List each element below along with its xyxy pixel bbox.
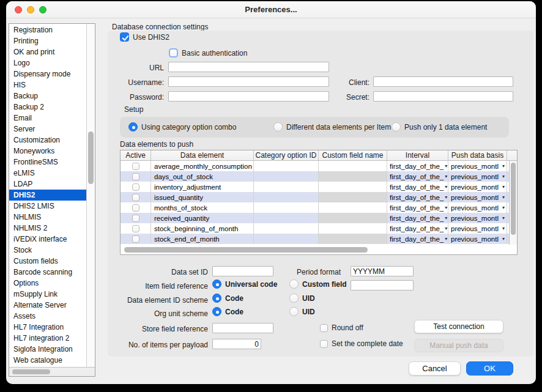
table-row[interactable]: issued_quantityfirst_day_of_the_▾previou… bbox=[121, 192, 517, 202]
push-data-basis-dropdown[interactable]: previous_montl▾ bbox=[448, 192, 507, 202]
org-unit-scheme-radio-code[interactable] bbox=[212, 307, 221, 316]
push-data-basis-dropdown[interactable]: previous_montl▾ bbox=[448, 213, 507, 223]
sidebar-item-dhis2-lmis[interactable]: DHIS2 LMIS bbox=[9, 201, 86, 212]
custom-field-name-cell[interactable] bbox=[319, 182, 387, 192]
period-format-input[interactable] bbox=[351, 266, 414, 276]
use-dhis2-checkbox[interactable] bbox=[120, 32, 129, 42]
table-row[interactable]: inventory_adjustmentfirst_day_of_the_▾pr… bbox=[121, 182, 517, 192]
category-option-id-cell[interactable] bbox=[254, 223, 319, 234]
custom-field-name-cell[interactable] bbox=[319, 223, 387, 234]
sidebar-item-backup-2[interactable]: Backup 2 bbox=[9, 102, 86, 113]
interval-dropdown[interactable]: first_day_of_the_▾ bbox=[387, 202, 448, 213]
data-element-id-scheme-radio-code[interactable] bbox=[212, 294, 221, 303]
org-unit-scheme-radio-uid[interactable] bbox=[289, 307, 299, 316]
sidebar-item-siglofa-integration[interactable]: Siglofa Integration bbox=[9, 344, 86, 355]
password-input[interactable] bbox=[168, 91, 329, 102]
custom-field-input[interactable] bbox=[351, 280, 414, 290]
cancel-button[interactable]: Cancel bbox=[409, 361, 461, 375]
sidebar-item-ldap[interactable]: LDAP bbox=[9, 179, 86, 190]
table-row[interactable]: stock_beginning_of_monthfirst_day_of_the… bbox=[121, 223, 517, 234]
round-off-checkbox[interactable] bbox=[320, 324, 328, 332]
sidebar-item-printing[interactable]: Printing bbox=[9, 35, 86, 46]
sidebar-item-nhlmis-2[interactable]: NHLMIS 2 bbox=[9, 223, 86, 234]
push-data-basis-dropdown[interactable]: previous_montl▾ bbox=[448, 234, 507, 244]
table-horizontal-scrollbar-thumb[interactable] bbox=[124, 247, 368, 253]
sidebar-item-dispensary-mode[interactable]: Dispensary mode bbox=[9, 68, 86, 80]
setup-radio-push-only-one[interactable] bbox=[392, 122, 401, 131]
close-button[interactable] bbox=[15, 6, 22, 13]
sidebar-item-hl7-integration-2[interactable]: HL7 integration 2 bbox=[9, 333, 86, 344]
table-row[interactable]: received_quantityfirst_day_of_the_▾previ… bbox=[121, 213, 517, 223]
interval-dropdown[interactable]: first_day_of_the_▾ bbox=[387, 234, 448, 244]
push-data-basis-dropdown[interactable]: previous_montl▾ bbox=[448, 202, 507, 213]
sidebar-item-moneyworks[interactable]: Moneyworks bbox=[9, 146, 86, 157]
custom-field-name-cell[interactable] bbox=[319, 192, 387, 202]
sidebar-item-his[interactable]: HIS bbox=[9, 80, 86, 91]
custom-field-name-cell[interactable] bbox=[319, 161, 387, 171]
table-row[interactable]: months_of_stockfirst_day_of_the_▾previou… bbox=[121, 202, 517, 213]
row-active-checkbox[interactable] bbox=[132, 215, 139, 222]
set-complete-date-checkbox[interactable] bbox=[320, 340, 328, 348]
interval-dropdown[interactable]: first_day_of_the_▾ bbox=[387, 223, 448, 234]
interval-dropdown[interactable]: first_day_of_the_▾ bbox=[387, 213, 448, 223]
item-field-reference-radio-universal-code[interactable] bbox=[212, 279, 221, 289]
custom-field-name-cell[interactable] bbox=[319, 213, 387, 223]
row-active-checkbox[interactable] bbox=[132, 225, 139, 232]
sidebar-item-ok-and-print[interactable]: OK and print bbox=[9, 46, 86, 57]
interval-dropdown[interactable]: first_day_of_the_▾ bbox=[387, 192, 448, 202]
sidebar-item-custom-fields[interactable]: Custom fields bbox=[9, 256, 86, 267]
data-set-id-input[interactable] bbox=[212, 266, 273, 276]
table-horizontal-scrollbar[interactable] bbox=[121, 245, 517, 254]
category-option-id-cell[interactable] bbox=[254, 213, 319, 223]
sidebar-item-stock[interactable]: Stock bbox=[9, 245, 86, 256]
table-row[interactable]: average_monthly_consumptionfirst_day_of_… bbox=[121, 161, 517, 171]
sidebar-item-registration[interactable]: Registration bbox=[9, 24, 86, 35]
sidebar-item-web-catalogue[interactable]: Web catalogue bbox=[9, 355, 86, 366]
row-active-checkbox[interactable] bbox=[132, 163, 139, 170]
sidebar-vertical-scrollbar[interactable] bbox=[86, 24, 95, 367]
push-data-basis-dropdown[interactable]: previous_montl▾ bbox=[448, 182, 507, 192]
category-option-id-cell[interactable] bbox=[254, 234, 319, 244]
setup-radio-different-data-elements[interactable] bbox=[273, 122, 283, 131]
row-active-checkbox[interactable] bbox=[132, 235, 139, 243]
category-option-id-cell[interactable] bbox=[254, 192, 319, 202]
sidebar-vertical-scrollbar-thumb[interactable] bbox=[88, 131, 94, 184]
sidebar-item-msupply-link[interactable]: mSupply Link bbox=[9, 289, 86, 300]
category-option-id-cell[interactable] bbox=[254, 161, 319, 171]
push-data-basis-dropdown[interactable]: previous_montl▾ bbox=[448, 171, 507, 182]
manual-push-data-button[interactable]: Manual push data bbox=[414, 339, 503, 352]
zoom-button[interactable] bbox=[39, 6, 46, 13]
interval-dropdown[interactable]: first_day_of_the_▾ bbox=[387, 161, 448, 171]
row-active-checkbox[interactable] bbox=[132, 204, 139, 212]
row-active-checkbox[interactable] bbox=[132, 173, 139, 180]
sidebar-item-email[interactable]: Email bbox=[9, 113, 86, 124]
category-option-id-cell[interactable] bbox=[254, 182, 319, 192]
push-data-basis-dropdown[interactable]: previous_montl▾ bbox=[448, 161, 507, 171]
table-vertical-scrollbar[interactable] bbox=[509, 161, 517, 245]
sidebar-item-server[interactable]: Server bbox=[9, 124, 86, 135]
row-active-checkbox[interactable] bbox=[132, 194, 139, 201]
sidebar-item-elmis[interactable]: eLMIS bbox=[9, 168, 86, 179]
minimize-button[interactable] bbox=[27, 6, 34, 13]
category-option-id-cell[interactable] bbox=[254, 171, 319, 182]
secret-input[interactable] bbox=[373, 91, 513, 102]
store-field-reference-input[interactable] bbox=[212, 323, 273, 333]
sidebar-horizontal-scrollbar[interactable] bbox=[9, 367, 95, 376]
sidebar-item-logo[interactable]: Logo bbox=[9, 57, 86, 68]
sidebar-item-nhlmis[interactable]: NHLMIS bbox=[9, 212, 86, 223]
sidebar-item-ivedix-interface[interactable]: iVEDiX interface bbox=[9, 234, 86, 245]
sidebar-horizontal-scrollbar-thumb[interactable] bbox=[12, 369, 50, 374]
setup-radio-category-option-combo[interactable] bbox=[128, 122, 138, 131]
sidebar-item-assets[interactable]: Assets bbox=[9, 311, 86, 322]
ok-button[interactable]: OK bbox=[466, 361, 513, 375]
table-vertical-scrollbar-thumb[interactable] bbox=[511, 163, 516, 235]
sidebar-item-frontlinesms[interactable]: FrontlineSMS bbox=[9, 157, 86, 168]
sidebar-item-alternate-server[interactable]: Alternate Server bbox=[9, 300, 86, 311]
custom-field-name-cell[interactable] bbox=[319, 202, 387, 213]
sidebar-item-backup[interactable]: Backup bbox=[9, 91, 86, 102]
row-active-checkbox[interactable] bbox=[132, 183, 139, 191]
sidebar-item-options[interactable]: Options bbox=[9, 278, 86, 289]
sidebar-item-barcode-scanning[interactable]: Barcode scanning bbox=[9, 267, 86, 278]
sidebar-item-customization[interactable]: Customization bbox=[9, 135, 86, 146]
table-row[interactable]: days_out_of_stockfirst_day_of_the_▾previ… bbox=[121, 171, 517, 182]
